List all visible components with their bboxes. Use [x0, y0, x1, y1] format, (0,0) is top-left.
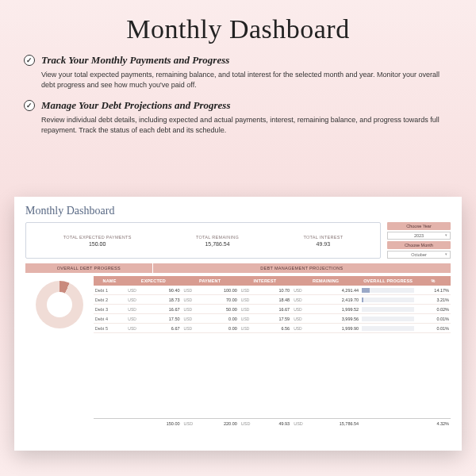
month-picker-label: Choose Month	[387, 241, 451, 249]
cell-interest: 16.67	[264, 305, 291, 314]
cell-pct: 14.17%	[416, 286, 451, 295]
currency-label: USD	[239, 286, 264, 295]
col-payment: PAYMENT	[182, 276, 239, 286]
summary-row: TOTAL EXPECTED PAYMENTS 150.00 TOTAL REM…	[25, 222, 451, 259]
cell-progress	[360, 324, 416, 333]
month-picker[interactable]: October	[387, 251, 451, 259]
summary-box: TOTAL EXPECTED PAYMENTS 150.00 TOTAL REM…	[25, 222, 381, 259]
cell-name: Debt 1	[94, 286, 126, 295]
table-row: Debt 3USD16.67USD50.00USD16.67USD1,999.5…	[94, 305, 451, 314]
debt-table: NAME EXPECTED PAYMENT INTEREST REMAINING…	[94, 276, 451, 428]
total-expected-label: TOTAL EXPECTED PAYMENTS	[63, 235, 132, 240]
currency-label: USD	[291, 324, 317, 333]
check-icon: ✓	[24, 100, 35, 111]
progress-donut	[36, 281, 83, 328]
picker-column: Choose Year 2023 Choose Month October	[387, 222, 451, 259]
cell-progress	[360, 314, 416, 324]
currency-label: USD	[239, 295, 264, 305]
total-expected-value: 150.00	[63, 241, 132, 247]
cell-progress	[360, 305, 416, 314]
currency-label: USD	[125, 324, 149, 333]
check-icon: ✓	[24, 55, 35, 66]
band-projections: DEBT MANAGEMENT PROJECTIONS	[153, 263, 451, 273]
cell-pct: 0.02%	[416, 305, 451, 314]
section-band: OVERALL DEBT PROGRESS DEBT MANAGEMENT PR…	[25, 263, 451, 273]
feature-desc: View your total expected payments, remai…	[24, 67, 452, 90]
totals-interest: 49.93	[264, 419, 291, 428]
col-pct: %	[416, 276, 451, 286]
total-remaining-label: TOTAL REMAINING	[196, 235, 239, 240]
total-interest-value: 49.93	[303, 241, 343, 247]
currency-label: USD	[125, 295, 149, 305]
currency-label: USD	[182, 324, 207, 333]
total-remaining-value: 15,786.54	[196, 241, 239, 247]
donut-chart-area	[25, 276, 94, 428]
cell-pct: 0.01%	[416, 314, 451, 324]
currency-label: USD	[182, 295, 207, 305]
currency-label: USD	[291, 286, 317, 295]
cell-payment: 100.00	[207, 286, 239, 295]
col-progress: OVERALL PROGRESS	[360, 276, 416, 286]
totals-pct: 4.32%	[416, 419, 451, 428]
table-row: Debt 1USD90.40USD100.00USD10.70USD4,291.…	[94, 286, 451, 295]
cell-name: Debt 5	[94, 324, 126, 333]
cell-payment: 70.00	[207, 295, 239, 305]
year-picker[interactable]: 2023	[387, 232, 451, 240]
col-interest: INTEREST	[239, 276, 291, 286]
table-row: Debt 2USD18.73USD70.00USD18.48USD2,419.7…	[94, 295, 451, 305]
currency-label: USD	[239, 314, 264, 324]
col-remaining: REMAINING	[291, 276, 360, 286]
cell-remaining: 1,999.52	[317, 305, 360, 314]
currency-label: USD	[125, 305, 149, 314]
cell-interest: 6.56	[264, 324, 291, 333]
cell-interest: 10.70	[264, 286, 291, 295]
cell-pct: 3.21%	[416, 295, 451, 305]
currency-label: USD	[182, 305, 207, 314]
col-name: NAME	[94, 276, 126, 286]
totals-remaining: 15,786.54	[317, 419, 360, 428]
screenshot-title: Monthly Dashboard	[25, 205, 451, 217]
totals-expected: 150.00	[149, 419, 181, 428]
dashboard-screenshot: Monthly Dashboard TOTAL EXPECTED PAYMENT…	[14, 197, 462, 451]
cell-expected: 18.73	[149, 295, 181, 305]
feature-item: ✓ Manage Your Debt Projections and Progr…	[24, 99, 452, 135]
cell-remaining: 3,999.56	[317, 314, 360, 324]
feature-list: ✓ Track Your Monthly Payments and Progre…	[0, 51, 476, 135]
cell-expected: 16.67	[149, 305, 181, 314]
table-row: Debt 4USD17.50USD0.00USD17.59USD3,999.56…	[94, 314, 451, 324]
page-title: Monthly Dashboard	[0, 0, 476, 51]
year-picker-label: Choose Year	[387, 222, 451, 230]
cell-remaining: 2,419.70	[317, 295, 360, 305]
cell-payment: 0.00	[207, 324, 239, 333]
currency-label: USD	[239, 324, 264, 333]
currency-label: USD	[182, 286, 207, 295]
cell-progress	[360, 295, 416, 305]
cell-name: Debt 3	[94, 305, 126, 314]
currency-label: USD	[182, 314, 207, 324]
totals-row: 150.00 USD 220.00 USD 49.93 USD 15,786.5…	[94, 419, 451, 428]
col-expected: EXPECTED	[125, 276, 181, 286]
cell-progress	[360, 286, 416, 295]
feature-desc: Review individual debt details, includin…	[24, 112, 452, 135]
cell-expected: 90.40	[149, 286, 181, 295]
band-overall: OVERALL DEBT PROGRESS	[25, 263, 153, 273]
cell-expected: 6.67	[149, 324, 181, 333]
currency-label: USD	[291, 419, 317, 428]
cell-payment: 0.00	[207, 314, 239, 324]
cell-interest: 17.59	[264, 314, 291, 324]
feature-title: Manage Your Debt Projections and Progres…	[41, 99, 230, 112]
currency-label: USD	[125, 286, 149, 295]
cell-name: Debt 4	[94, 314, 126, 324]
totals-payment: 220.00	[207, 419, 239, 428]
currency-label: USD	[291, 295, 317, 305]
total-interest-label: TOTAL INTEREST	[303, 235, 343, 240]
cell-interest: 18.48	[264, 295, 291, 305]
cell-pct: 0.01%	[416, 324, 451, 333]
feature-item: ✓ Track Your Monthly Payments and Progre…	[24, 54, 452, 90]
currency-label: USD	[182, 419, 207, 428]
currency-label: USD	[291, 305, 317, 314]
currency-label: USD	[291, 314, 317, 324]
cell-name: Debt 2	[94, 295, 126, 305]
table-row: Debt 5USD6.67USD0.00USD6.56USD1,999.900.…	[94, 324, 451, 333]
cell-payment: 50.00	[207, 305, 239, 314]
